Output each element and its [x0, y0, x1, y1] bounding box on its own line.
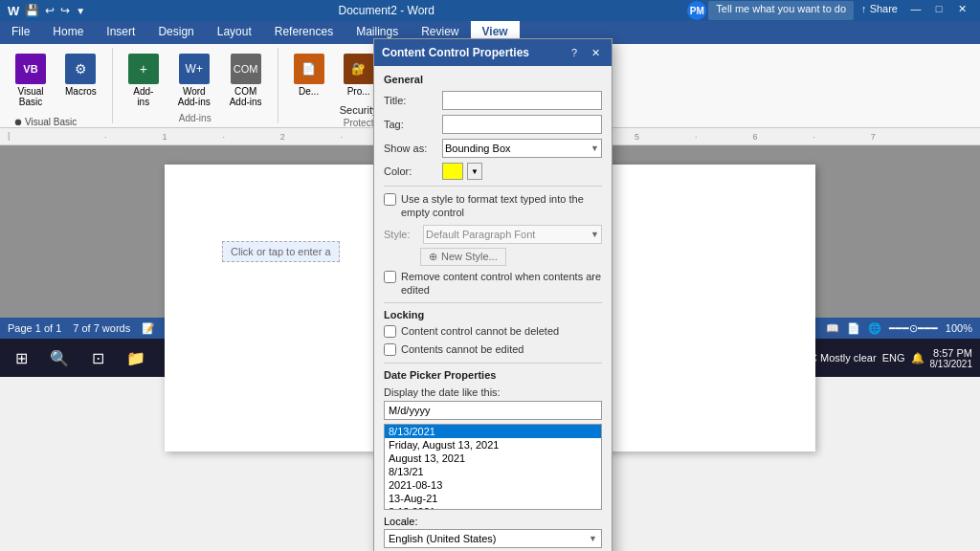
locking-label: Locking: [384, 309, 602, 320]
word-addins-icon: W+: [179, 54, 210, 84]
visual-basic-button[interactable]: VB Visual Basic: [8, 50, 54, 111]
addins-group-label: Add-ins: [179, 113, 212, 123]
visual-basic-icon: VB: [15, 54, 46, 84]
date-item-5[interactable]: 13-Aug-21: [385, 492, 601, 505]
locale-row: Locale: English (United States) ▼: [384, 516, 602, 548]
tab-references[interactable]: References: [263, 21, 345, 44]
title-bar: W 💾 ↩ ↪ ▼ Document2 - Word PM Tell me wh…: [0, 0, 980, 21]
maximize-button[interactable]: □: [928, 1, 949, 16]
user-avatar[interactable]: PM: [687, 1, 706, 20]
tag-input[interactable]: [442, 115, 602, 134]
quick-redo[interactable]: ↪: [60, 4, 70, 17]
date-item-0[interactable]: 8/13/2021: [385, 425, 601, 438]
date-display[interactable]: 8/13/2021: [930, 359, 973, 369]
close-button[interactable]: ✕: [951, 1, 972, 16]
dialog-title-bar: Content Control Properties ? ✕: [374, 39, 612, 66]
locale-select[interactable]: English (United States) ▼: [384, 529, 602, 548]
use-style-checkbox[interactable]: [384, 193, 396, 206]
date-item-4[interactable]: 2021-08-13: [385, 478, 601, 492]
use-style-label: Use a style to format text typed into th…: [401, 192, 602, 220]
divider-1: [384, 186, 602, 187]
word-addins-button[interactable]: W+ Word Add-ins: [170, 50, 218, 111]
style-select[interactable]: Default Paragraph Font ▼: [423, 225, 602, 244]
dialog-help-button[interactable]: ?: [566, 45, 583, 60]
ribbon-group-code: VB Visual Basic ⚙ Macros ⏺ Visual Basic …: [0, 48, 113, 123]
date-item-3[interactable]: 8/13/21: [385, 465, 601, 478]
minimize-button[interactable]: —: [905, 1, 926, 16]
content-control-dialog[interactable]: Content Control Properties ? ✕ General T…: [373, 38, 612, 551]
tab-file[interactable]: File: [0, 21, 41, 44]
cannot-delete-checkbox[interactable]: [384, 325, 396, 338]
view-btn-web[interactable]: 🌐: [868, 322, 881, 335]
app-title: Document2 - Word: [339, 4, 434, 17]
macros-button[interactable]: ⚙ Macros: [57, 50, 104, 100]
protect-icon: 🔐: [344, 54, 374, 84]
show-as-select[interactable]: Bounding Box ▼: [442, 139, 602, 158]
record-icon: ⏺: [13, 117, 23, 127]
tag-label: Tag:: [384, 119, 436, 130]
date-format-input[interactable]: [384, 401, 602, 420]
proofing-icon[interactable]: 📝: [142, 322, 155, 335]
tab-design[interactable]: Design: [146, 21, 205, 44]
title-input[interactable]: [442, 91, 602, 110]
quick-more[interactable]: ▼: [76, 6, 85, 16]
tell-me-input[interactable]: Tell me what you want to do: [708, 1, 854, 20]
file-explorer-button[interactable]: 📁: [119, 341, 153, 375]
date-item-2[interactable]: August 13, 2021: [385, 452, 601, 465]
quick-save[interactable]: 💾: [25, 4, 39, 17]
remove-checkbox[interactable]: [384, 271, 396, 283]
start-button[interactable]: ⊞: [4, 341, 38, 375]
document-protect-icon: 📄: [294, 54, 324, 84]
dialog-title: Content Control Properties: [382, 46, 529, 59]
document-protect-button[interactable]: 📄 De...: [286, 50, 332, 100]
new-style-button[interactable]: ⊕ New Style...: [420, 248, 506, 266]
share-btn[interactable]: ↑ Share: [856, 1, 903, 20]
show-as-label: Show as:: [384, 143, 436, 154]
tab-insert[interactable]: Insert: [95, 21, 146, 44]
quick-undo[interactable]: ↩: [45, 4, 55, 17]
zoom-level[interactable]: 100%: [946, 322, 972, 334]
search-button[interactable]: 🔍: [42, 341, 77, 375]
record-macro-btn[interactable]: ⏺ Visual Basic: [13, 117, 99, 127]
color-picker[interactable]: ▼: [442, 163, 482, 180]
title-label: Title:: [384, 95, 436, 106]
divider-2: [384, 302, 602, 303]
ribbon-group-addins: + Add- ins W+ Word Add-ins COM COM Add-i…: [113, 48, 278, 123]
show-as-row: Show as: Bounding Box ▼: [384, 139, 602, 158]
tab-home[interactable]: Home: [41, 21, 95, 44]
cannot-edit-checkbox[interactable]: [384, 343, 396, 356]
style-row: Style: Default Paragraph Font ▼: [384, 225, 602, 244]
locale-dropdown-icon: ▼: [589, 534, 597, 543]
notifications-icon[interactable]: 🔔: [911, 352, 924, 364]
color-dropdown-btn[interactable]: ▼: [467, 163, 482, 180]
com-addins-button[interactable]: COM COM Add-ins: [222, 50, 270, 111]
style-dropdown-icon: ▼: [590, 230, 599, 239]
addins-button[interactable]: + Add- ins: [121, 50, 167, 111]
cannot-delete-row: Content control cannot be deleted: [384, 324, 602, 338]
color-label: Color:: [384, 165, 436, 177]
new-style-icon: ⊕: [429, 251, 437, 263]
color-swatch[interactable]: [442, 163, 463, 180]
display-date-label: Display the date like this:: [384, 386, 602, 398]
use-style-row: Use a style to format text typed into th…: [384, 192, 602, 220]
zoom-slider[interactable]: ━━━⊙━━━: [889, 322, 938, 335]
view-btn-read[interactable]: 📖: [826, 322, 839, 335]
dialog-close-button[interactable]: ✕: [587, 45, 604, 60]
protect-group-label: Protect: [344, 118, 374, 128]
addins-icon: +: [128, 54, 159, 84]
title-bar-left: W 💾 ↩ ↪ ▼: [8, 4, 85, 18]
language-indicator[interactable]: ENG: [882, 352, 905, 364]
clock[interactable]: 8:57 PM: [933, 347, 972, 359]
content-control-placeholder[interactable]: Click or tap to enter a: [222, 241, 340, 262]
style-label-text: Style:: [384, 229, 417, 240]
status-bar-right: 📖 📄 🌐 ━━━⊙━━━ 100%: [826, 322, 972, 335]
view-btn-print[interactable]: 📄: [847, 322, 860, 335]
date-format-list[interactable]: 8/13/2021 Friday, August 13, 2021 August…: [384, 424, 602, 510]
date-item-6[interactable]: 8.13.2021: [385, 505, 601, 510]
task-view-button[interactable]: ⊡: [80, 341, 115, 375]
date-picker-label: Date Picker Properties: [384, 369, 602, 381]
date-item-1[interactable]: Friday, August 13, 2021: [385, 438, 601, 452]
dialog-body: General Title: Tag: Show as: Bounding Bo…: [374, 66, 612, 551]
tab-layout[interactable]: Layout: [206, 21, 263, 44]
remove-checkbox-row: Remove content control when contents are…: [384, 270, 602, 298]
